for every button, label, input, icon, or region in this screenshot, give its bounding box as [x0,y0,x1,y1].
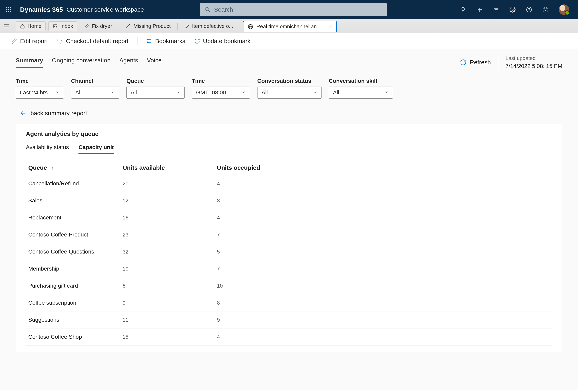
table-row[interactable]: Purchasing gift card810 [26,277,552,294]
filter-queue: Queue All [126,78,185,99]
cell-available: 9 [120,294,215,312]
filter-status-dropdown[interactable]: All [257,87,322,99]
cell-occupied: 8 [215,192,552,209]
filter-time-label: Time [16,78,64,84]
cell-queue: Coffee subscription [26,294,120,312]
edit-report-button[interactable]: Edit report [11,38,48,44]
table-row[interactable]: Membership107 [26,260,552,277]
filter-conversation-status: Conversation status All [257,78,322,99]
svg-point-7 [512,9,513,10]
col-available-label: Units available [123,164,165,171]
tab-inbox[interactable]: Inbox [48,21,77,31]
cell-available: 20 [120,175,215,192]
header-icon-group [460,4,569,15]
cell-occupied: 5 [215,243,552,260]
filter-time-dropdown[interactable]: Last 24 hrs [16,87,64,99]
svg-point-12 [546,9,547,9]
cell-queue: Contoso Coffee Questions [26,243,120,260]
help-icon[interactable] [526,6,532,13]
chevron-down-icon [313,89,317,96]
cell-available: 8 [120,277,215,294]
table-row[interactable]: Contoso Coffee Shop154 [26,328,552,346]
tab-home[interactable]: Home [16,21,46,31]
panel-sub-tabs: Availability status Capacity unit [26,144,552,154]
col-occupied-label: Units occupied [217,164,260,171]
filter-skill-dropdown[interactable]: All [329,87,393,99]
tab-item-defective[interactable]: Item defective o... [180,21,237,31]
plus-icon[interactable] [477,6,483,13]
bookmarks-label: Bookmarks [155,38,185,44]
agent-analytics-panel: Agent analytics by queue Availability st… [16,124,562,352]
bookmarks-button[interactable]: Bookmarks [146,38,185,44]
chevron-down-icon [384,89,389,96]
table-row[interactable]: Contoso Coffee Questions325 [26,243,552,260]
table-row[interactable]: Cancellation/Refund204 [26,175,552,192]
search-placeholder: Search [214,6,233,13]
svg-point-21 [147,39,148,40]
cell-available: 16 [120,209,215,226]
checkout-report-button[interactable]: Checkout default report [57,38,128,44]
cell-queue: Cancellation/Refund [26,175,120,192]
back-link[interactable]: back summary report [0,99,578,117]
last-updated: Last updated 7/14/2022 5:08: 15 PM [506,54,562,70]
tab-separator [119,23,119,30]
refresh-icon [460,59,467,66]
filter-queue-value: All [131,89,137,96]
update-bookmark-button[interactable]: Update bookmark [194,38,250,44]
sub-tab-capacity-label: Capacity unit [79,144,114,150]
emoji-icon[interactable] [542,6,549,13]
update-bookmark-label: Update bookmark [203,38,250,44]
refresh-button[interactable]: Refresh [460,59,491,66]
tab-realtime-omnichannel[interactable]: Real time omnichannel an... [243,21,337,32]
app-launcher-icon[interactable] [5,6,12,13]
col-header-available[interactable]: Units available [120,161,215,175]
gear-icon[interactable] [509,6,516,13]
svg-point-11 [544,9,545,9]
globe-icon [248,24,253,29]
table-row[interactable]: Replacement164 [26,209,552,226]
lightbulb-icon[interactable] [460,6,466,13]
filter-channel-dropdown[interactable]: All [71,87,119,99]
table-row[interactable]: Suggestions119 [26,312,552,328]
cell-occupied: 4 [215,209,552,226]
col-header-queue[interactable]: Queue ↑ [26,161,120,175]
global-search[interactable]: Search [200,3,387,16]
col-header-occupied[interactable]: Units occupied [215,161,552,175]
sub-tab-capacity[interactable]: Capacity unit [79,144,114,154]
filter-queue-dropdown[interactable]: All [126,87,185,99]
global-header: Dynamics 365 Customer service workspace … [0,0,578,19]
user-avatar[interactable] [559,4,569,15]
tab-home-label: Home [28,23,41,29]
cell-available: 12 [120,192,215,209]
view-tab-ongoing[interactable]: Ongoing conversation [52,57,111,68]
cell-occupied: 8 [215,294,552,312]
svg-point-10 [543,7,548,12]
filter-icon[interactable] [493,6,499,13]
tab-fix-dryer[interactable]: Fix dryer [80,21,116,31]
table-row[interactable]: Contoso Coffee Product237 [26,226,552,243]
filter-status-label: Conversation status [257,78,322,84]
filter-channel-label: Channel [71,78,119,84]
brand-name: Dynamics 365 [20,6,63,13]
workspace-name: Customer service workspace [66,6,144,13]
filter-time-zone-dropdown[interactable]: GMT -08:00 [192,87,250,99]
table-row[interactable]: Sales128 [26,192,552,209]
svg-point-22 [147,41,148,41]
view-tab-voice[interactable]: Voice [147,57,162,68]
table-row[interactable]: Coffee subscription98 [26,294,552,312]
sub-tab-availability[interactable]: Availability status [26,144,69,154]
cell-occupied: 7 [215,226,552,243]
undo-icon [57,38,63,44]
col-queue-label: Queue [28,164,47,171]
view-tab-agents[interactable]: Agents [119,57,138,68]
close-icon[interactable] [328,23,333,30]
hamburger-icon[interactable] [3,22,11,30]
view-tab-summary[interactable]: Summary [16,57,43,68]
main-content: Summary Ongoing conversation Agents Voic… [0,49,578,390]
search-icon [205,7,210,12]
tab-missing-product[interactable]: Missing Product [122,21,175,31]
list-icon [146,38,152,44]
edit-icon [84,24,89,29]
last-updated-value: 7/14/2022 5:08: 15 PM [506,62,562,70]
chevron-down-icon [241,89,246,96]
